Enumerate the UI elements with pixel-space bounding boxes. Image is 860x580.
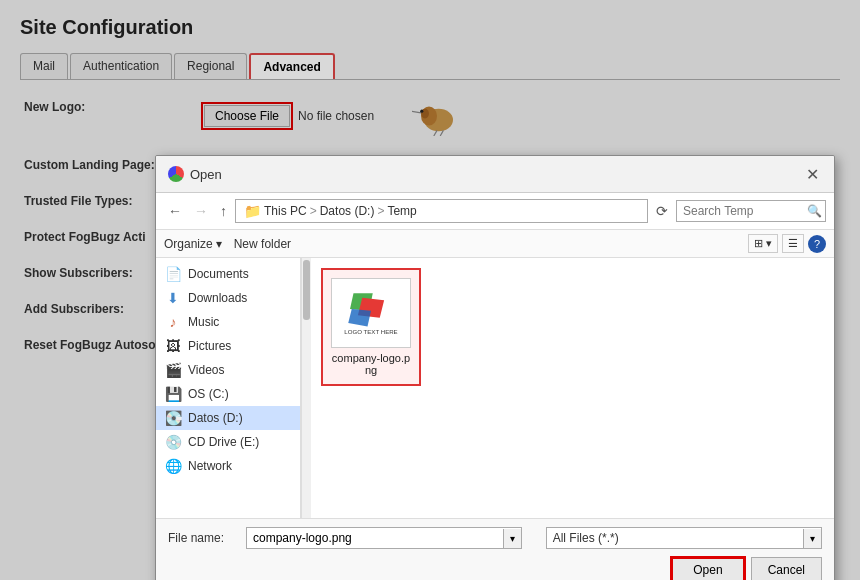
file-thumbnail: LOGO TEXT HERE [331,278,411,348]
osc-icon: 💾 [164,387,182,401]
dialog-footer: File name: ▾ All Files (*.*) ▾ Open Canc… [156,518,834,580]
sidebar-item-music[interactable]: ♪ Music [156,310,300,334]
datos-icon: 💽 [164,411,182,425]
sidebar-item-videos[interactable]: 🎬 Videos [156,358,300,382]
documents-icon: 📄 [164,267,182,281]
filename-row: File name: ▾ All Files (*.*) ▾ [168,527,822,549]
svg-text:LOGO TEXT HERE: LOGO TEXT HERE [344,328,397,335]
folder-icon: 📁 [244,203,261,219]
sidebar-item-label-network: Network [188,459,232,473]
file-item-company-logo[interactable]: LOGO TEXT HERE company-logo.png [321,268,421,386]
dialog-titlebar: Open ✕ [156,156,834,193]
back-button[interactable]: ← [164,201,186,221]
breadcrumb-this-pc: This PC [264,204,307,218]
music-icon: ♪ [164,315,182,329]
logo-preview-icon: LOGO TEXT HERE [336,283,406,343]
dialog-toolbar: Organize ▾ New folder ⊞ ▾ ☰ ? [156,230,834,258]
organize-label: Organize [164,237,213,251]
file-open-dialog: Open ✕ ← → ↑ 📁 This PC > Datos (D:) > Te… [155,155,835,580]
sidebar-scrollbar[interactable] [301,258,311,518]
search-bar[interactable]: 🔍 [676,200,826,222]
new-folder-button[interactable]: New folder [234,237,291,251]
toolbar-right: ⊞ ▾ ☰ ? [748,234,826,253]
dialog-address-bar: ← → ↑ 📁 This PC > Datos (D:) > Temp ⟳ 🔍 [156,193,834,230]
sidebar-item-label-documents: Documents [188,267,249,281]
sidebar-item-label-pictures: Pictures [188,339,231,353]
downloads-icon: ⬇ [164,291,182,305]
open-button[interactable]: Open [671,557,744,580]
help-button[interactable]: ? [808,235,826,253]
sidebar-item-label-music: Music [188,315,219,329]
breadcrumb-temp: Temp [387,204,416,218]
sidebar-item-pictures[interactable]: 🖼 Pictures [156,334,300,358]
breadcrumb-sep2: > [377,204,384,218]
dialog-files-area: LOGO TEXT HERE company-logo.png [311,258,834,518]
search-input[interactable] [683,204,803,218]
sidebar-item-label-datos: Datos (D:) [188,411,243,425]
filetype-dropdown-button[interactable]: ▾ [803,529,821,548]
sidebar-item-label-downloads: Downloads [188,291,247,305]
sidebar-item-cddrive[interactable]: 💿 CD Drive (E:) [156,430,300,454]
organize-button[interactable]: Organize ▾ [164,237,222,251]
sidebar-item-label-cddrive: CD Drive (E:) [188,435,259,449]
cancel-button[interactable]: Cancel [751,557,822,580]
dialog-sidebar: 📄 Documents ⬇ Downloads ♪ Music 🖼 Pictur… [156,258,301,518]
videos-icon: 🎬 [164,363,182,377]
up-button[interactable]: ↑ [216,201,231,221]
view-details-button[interactable]: ☰ [782,234,804,253]
toolbar-left: Organize ▾ New folder [164,237,291,251]
sidebar-item-osc[interactable]: 💾 OS (C:) [156,382,300,406]
sidebar-item-documents[interactable]: 📄 Documents [156,262,300,286]
footer-buttons: Open Cancel [168,557,822,580]
sidebar-item-network[interactable]: 🌐 Network [156,454,300,478]
view-large-icons-button[interactable]: ⊞ ▾ [748,234,778,253]
network-icon: 🌐 [164,459,182,473]
breadcrumb-sep1: > [310,204,317,218]
filename-dropdown-button[interactable]: ▾ [503,529,521,548]
refresh-button[interactable]: ⟳ [652,201,672,221]
sidebar-item-label-osc: OS (C:) [188,387,229,401]
pictures-icon: 🖼 [164,339,182,353]
sidebar-item-datos[interactable]: 💽 Datos (D:) [156,406,300,430]
filename-label: File name: [168,531,238,545]
breadcrumb-datos: Datos (D:) [320,204,375,218]
organize-chevron-icon: ▾ [216,237,222,251]
forward-button[interactable]: → [190,201,212,221]
sidebar-item-label-videos: Videos [188,363,224,377]
file-name: company-logo.png [331,352,411,376]
dialog-body: 📄 Documents ⬇ Downloads ♪ Music 🖼 Pictur… [156,258,834,518]
sidebar-item-downloads[interactable]: ⬇ Downloads [156,286,300,310]
dialog-title-text: Open [190,167,222,182]
breadcrumb-bar: 📁 This PC > Datos (D:) > Temp [235,199,648,223]
filename-input-wrap[interactable]: ▾ [246,527,522,549]
dialog-title-left: Open [168,166,222,182]
dialog-app-icon [168,166,184,182]
search-icon: 🔍 [807,204,822,218]
scrollbar-thumb [303,260,310,320]
filetype-label: All Files (*.*) [547,528,803,548]
filetype-select-wrap[interactable]: All Files (*.*) ▾ [546,527,822,549]
dialog-close-button[interactable]: ✕ [802,164,822,184]
cddrive-icon: 💿 [164,435,182,449]
filename-input[interactable] [247,528,503,548]
